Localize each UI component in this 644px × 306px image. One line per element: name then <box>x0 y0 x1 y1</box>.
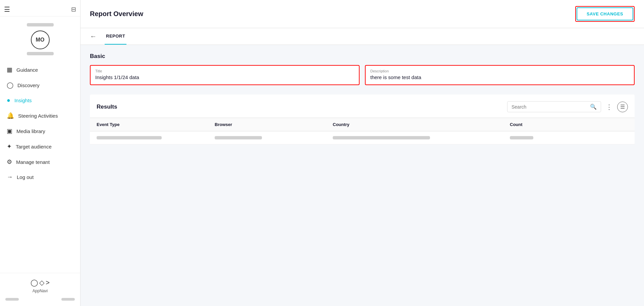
sidebar-item-label: Target audience <box>16 144 52 149</box>
col-country: Country <box>333 122 510 127</box>
kebab-menu-icon[interactable]: ⋮ <box>604 102 614 112</box>
results-table: Event Type Browser Country Count <box>90 118 635 144</box>
search-box[interactable]: 🔍 <box>507 101 601 112</box>
sidebar-item-label: Insights <box>14 98 32 103</box>
page-title: Report Overview <box>90 10 143 18</box>
sidebar-item-label: Guidance <box>16 67 38 73</box>
circle-icon: ◯ <box>31 279 38 287</box>
sidebar-item-manage[interactable]: ⚙ Manage tenant <box>0 154 80 170</box>
target-icon: ✦ <box>7 143 12 150</box>
sidebar: ☰ ⊟ MO ▦ Guidance ◯ Discovery ● Insights… <box>0 0 80 306</box>
results-section: Results 🔍 ⋮ ☰ Event Type Browser <box>90 95 635 144</box>
results-controls: 🔍 ⋮ ☰ <box>507 101 628 112</box>
sidebar-item-logout[interactable]: → Log out <box>0 170 80 185</box>
table-row <box>90 131 635 144</box>
cell-event-type <box>97 136 215 139</box>
sidebar-item-media[interactable]: ▣ Media library <box>0 123 80 139</box>
bell-icon: 🔔 <box>7 112 14 119</box>
appnavi-label: AppNavi <box>33 289 48 293</box>
table-header-row: Event Type Browser Country Count <box>90 118 635 131</box>
avatar-name-placeholder <box>27 23 54 26</box>
description-field-box[interactable]: Description there is some test data <box>365 65 635 85</box>
logout-icon: → <box>7 174 13 181</box>
sidebar-item-label: Log out <box>17 174 34 180</box>
cell-placeholder <box>333 136 430 139</box>
save-button-wrapper: SAVE CHANGES <box>575 6 635 22</box>
tab-report[interactable]: REPORT <box>105 28 126 45</box>
title-field-box[interactable]: Title Insights 1/1/24 data <box>90 65 360 85</box>
results-title: Results <box>97 104 117 110</box>
insights-icon: ● <box>7 97 10 104</box>
avatar-subtitle-placeholder <box>27 52 54 55</box>
footer-bar-right <box>61 298 75 301</box>
fields-row: Title Insights 1/1/24 data Description t… <box>90 65 635 85</box>
tab-bar: ← REPORT <box>80 28 644 45</box>
sidebar-item-guidance[interactable]: ▦ Guidance <box>0 62 80 77</box>
hamburger-icon[interactable]: ☰ <box>4 5 10 13</box>
save-changes-button[interactable]: SAVE CHANGES <box>577 7 633 20</box>
description-value: there is some test data <box>370 74 629 80</box>
sidebar-item-label: Discovery <box>17 82 40 88</box>
col-browser: Browser <box>215 122 333 127</box>
cell-count <box>510 136 628 139</box>
cell-placeholder <box>97 136 162 139</box>
sidebar-item-target[interactable]: ✦ Target audience <box>0 139 80 154</box>
description-label: Description <box>370 69 629 73</box>
cell-placeholder <box>510 136 533 139</box>
main-header: Report Overview SAVE CHANGES <box>80 0 644 28</box>
cell-browser <box>215 136 333 139</box>
gear-icon: ⚙ <box>7 158 12 166</box>
sidebar-item-label: Media library <box>16 128 45 134</box>
footer-bar-left <box>5 298 19 301</box>
main-body: Basic Title Insights 1/1/24 data Descrip… <box>80 45 644 306</box>
guidance-icon: ▦ <box>7 66 12 73</box>
search-input[interactable] <box>512 104 587 110</box>
basic-section-title: Basic <box>90 53 635 60</box>
sidebar-top: ☰ ⊟ <box>0 0 80 16</box>
hamburger-menu-icon[interactable]: ☰ <box>617 102 628 112</box>
content-area: Basic Title Insights 1/1/24 data Descrip… <box>80 45 644 152</box>
discovery-icon: ◯ <box>7 81 13 89</box>
nav-list: ▦ Guidance ◯ Discovery ● Insights 🔔 Stee… <box>0 59 80 273</box>
sidebar-item-insights[interactable]: ● Insights <box>0 93 80 108</box>
sidebar-item-steering[interactable]: 🔔 Steering Activities <box>0 108 80 123</box>
sidebar-footer-bars <box>5 295 75 301</box>
cell-country <box>333 136 510 139</box>
col-count: Count <box>510 122 628 127</box>
back-button[interactable]: ← <box>90 28 97 44</box>
cell-placeholder <box>215 136 262 139</box>
search-icon: 🔍 <box>590 104 597 110</box>
sidebar-item-label: Manage tenant <box>16 159 50 165</box>
results-header: Results 🔍 ⋮ ☰ <box>90 101 635 118</box>
main-content: Report Overview SAVE CHANGES ← REPORT Ba… <box>80 0 644 306</box>
avatar-section: MO <box>0 16 80 59</box>
col-event-type: Event Type <box>97 122 215 127</box>
appnavi-icons: ◯ ◇ > <box>31 279 50 287</box>
diamond-icon: ◇ <box>39 279 44 287</box>
arrow-right-icon: > <box>46 279 50 287</box>
sidebar-bottom: ◯ ◇ > AppNavi <box>0 273 80 306</box>
title-label: Title <box>95 69 354 73</box>
sidebar-item-discovery[interactable]: ◯ Discovery <box>0 77 80 93</box>
inbox-icon[interactable]: ⊟ <box>71 6 76 13</box>
avatar: MO <box>31 30 50 49</box>
sidebar-item-label: Steering Activities <box>18 113 58 119</box>
title-value: Insights 1/1/24 data <box>95 74 354 80</box>
media-icon: ▣ <box>7 127 12 135</box>
